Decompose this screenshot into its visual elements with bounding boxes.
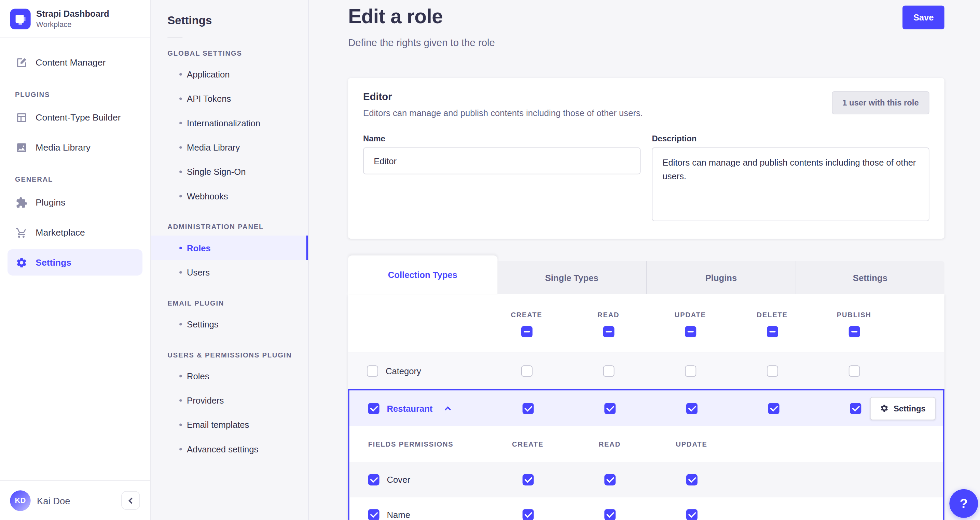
subnav-section-email-plugin: EMAIL PLUGIN (151, 299, 308, 307)
subnav-item-email-settings[interactable]: Settings (151, 312, 308, 336)
restaurant-publish-checkbox[interactable] (850, 402, 861, 414)
column-label: CREATE (511, 311, 542, 318)
name-field-group: Name (363, 134, 641, 224)
cover-read-checkbox[interactable] (604, 474, 615, 485)
users-with-role-button[interactable]: 1 user with this role (832, 91, 929, 114)
cover-update-checkbox[interactable] (686, 474, 697, 485)
subnav-item-internationalization[interactable]: Internationalization (151, 111, 308, 135)
subnav-item-label: Settings (187, 319, 219, 329)
subnav-item-api-tokens[interactable]: API Tokens (151, 86, 308, 110)
select-all-update-checkbox[interactable] (684, 326, 696, 337)
select-all-create-checkbox[interactable] (521, 326, 532, 337)
role-card-heading: Editor Editors can manage and publish co… (363, 91, 643, 118)
sidebar-item-marketplace[interactable]: Marketplace (8, 219, 142, 245)
tab-collection-types[interactable]: Collection Types (348, 255, 497, 294)
name-update-checkbox[interactable] (686, 509, 697, 520)
help-button[interactable]: ? (949, 489, 978, 518)
subnav-item-webhooks[interactable]: Webhooks (151, 184, 308, 208)
restaurant-toggle[interactable]: Restaurant (350, 402, 487, 414)
app: Strapi Dashboard Workplace Content Manag… (0, 0, 980, 520)
column-publish: PUBLISH (813, 309, 895, 337)
subnav-section-users-permissions-plugin: USERS & PERMISSIONS PLUGIN (151, 351, 308, 358)
subnav-item-label: API Tokens (187, 94, 231, 103)
category-create-checkbox[interactable] (521, 365, 532, 376)
user-name: Kai Doe (37, 495, 70, 506)
subnav-item-single-sign-on[interactable]: Single Sign-On (151, 159, 308, 184)
category-publish-checkbox[interactable] (848, 365, 860, 376)
category-read-checkbox[interactable] (603, 365, 614, 376)
user-menu[interactable]: KD Kai Doe (10, 490, 70, 510)
select-all-delete-checkbox[interactable] (767, 326, 778, 337)
sidebar-item-label: Plugins (35, 197, 65, 207)
tab-single-types[interactable]: Single Types (497, 261, 646, 294)
category-toggle[interactable]: Category (348, 365, 486, 376)
subnav-item-application[interactable]: Application (151, 62, 308, 86)
tab-plugins[interactable]: Plugins (646, 261, 795, 294)
avatar: KD (10, 490, 30, 510)
category-checkbox[interactable] (367, 365, 378, 376)
table-row-restaurant: Restaurant (350, 391, 943, 426)
column-read: READ (567, 309, 649, 337)
column-create: CREATE (486, 309, 568, 337)
name-create-checkbox[interactable] (522, 509, 533, 520)
subnav-item-up-providers[interactable]: Providers (151, 388, 308, 412)
subnav-item-admin-users[interactable]: Users (151, 260, 308, 284)
name-input[interactable] (363, 148, 641, 175)
restaurant-create-checkbox[interactable] (522, 402, 533, 414)
page-header: Edit a role Define the rights given to t… (348, 5, 945, 49)
table-row-cover: Cover (350, 462, 943, 497)
select-all-publish-checkbox[interactable] (848, 326, 860, 337)
subnav-item-label: Users (187, 267, 210, 277)
sidebar-item-content-manager[interactable]: Content Manager (8, 49, 142, 76)
sidebar-item-settings[interactable]: Settings (8, 249, 142, 275)
category-update-checkbox[interactable] (684, 365, 696, 376)
column-delete: DELETE (731, 309, 813, 337)
subnav-item-label: Webhooks (187, 191, 228, 201)
restaurant-delete-checkbox[interactable] (768, 402, 779, 414)
column-label: DELETE (757, 311, 788, 318)
restaurant-update-checkbox[interactable] (686, 402, 697, 414)
subnav-section-global-settings: GLOBAL SETTINGS (151, 49, 308, 57)
strapi-logo-icon (10, 9, 30, 29)
restaurant-checkbox[interactable] (368, 402, 380, 414)
restaurant-read-checkbox[interactable] (604, 402, 615, 414)
category-delete-checkbox[interactable] (767, 365, 778, 376)
fields-permissions-header: FIELDS PERMISSIONS CREATE READ UPDATE (350, 426, 943, 462)
save-button[interactable]: Save (903, 5, 945, 29)
sidebar-item-label: Content Manager (35, 58, 105, 68)
subnav-item-admin-roles[interactable]: Roles (151, 235, 308, 260)
cover-checkbox[interactable] (368, 474, 380, 485)
column-update: UPDATE (649, 309, 731, 337)
name-checkbox[interactable] (368, 509, 380, 520)
column-label: READ (599, 440, 620, 448)
subnav-item-up-email-templates[interactable]: Email templates (151, 412, 308, 437)
sidebar-item-label: Content-Type Builder (35, 113, 121, 122)
chevron-left-icon (129, 498, 135, 504)
description-textarea[interactable]: Editors can manage and publish contents … (652, 148, 929, 221)
brand-workspace: Workplace (36, 20, 109, 30)
sidebar-nav: Content Manager PLUGINS Content-Type Bui… (0, 38, 150, 275)
subnav-item-up-roles[interactable]: Roles (151, 364, 308, 388)
subnav-item-up-advanced-settings[interactable]: Advanced settings (151, 437, 308, 461)
restaurant-settings-button[interactable]: Settings (870, 397, 935, 420)
role-description: Editors can manage and publish contents … (363, 108, 643, 118)
tab-settings[interactable]: Settings (795, 261, 944, 294)
subnav-item-media-library[interactable]: Media Library (151, 135, 308, 159)
sidebar-item-label: Media Library (35, 142, 91, 152)
select-all-read-checkbox[interactable] (603, 326, 614, 337)
description-field-group: Description Editors can manage and publi… (652, 134, 929, 224)
brand-text: Strapi Dashboard Workplace (36, 9, 109, 30)
name-read-checkbox[interactable] (604, 509, 615, 520)
subnav-item-label: Single Sign-On (187, 167, 246, 177)
cover-create-checkbox[interactable] (522, 474, 533, 485)
gear-icon (880, 404, 889, 413)
role-card-top: Editor Editors can manage and publish co… (363, 91, 929, 118)
collapse-sidebar-button[interactable] (121, 491, 140, 510)
sidebar-item-media-library[interactable]: Media Library (8, 135, 142, 161)
media-library-icon (15, 142, 28, 154)
sidebar-item-content-type-builder[interactable]: Content-Type Builder (8, 105, 142, 131)
settings-button-label: Settings (894, 404, 926, 413)
sidebar-item-plugins[interactable]: Plugins (8, 189, 142, 216)
column-label: PUBLISH (837, 311, 871, 318)
column-label: CREATE (512, 440, 544, 448)
